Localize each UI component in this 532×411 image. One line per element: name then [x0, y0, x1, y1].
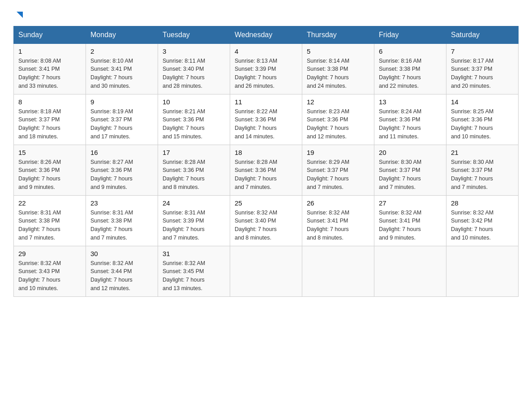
calendar-cell: 22 Sunrise: 8:31 AM Sunset: 3:38 PM Dayl…	[14, 195, 86, 246]
calendar-cell	[374, 246, 446, 296]
col-header-friday: Friday	[374, 26, 446, 43]
day-info: Sunrise: 8:32 AM Sunset: 3:43 PM Dayligh…	[18, 259, 81, 293]
day-number: 3	[163, 47, 225, 55]
day-number: 2	[90, 47, 153, 55]
day-info: Sunrise: 8:21 AM Sunset: 3:36 PM Dayligh…	[163, 107, 225, 141]
calendar-week-row: 22 Sunrise: 8:31 AM Sunset: 3:38 PM Dayl…	[14, 195, 519, 246]
calendar-week-row: 29 Sunrise: 8:32 AM Sunset: 3:43 PM Dayl…	[14, 246, 519, 296]
calendar-cell: 28 Sunrise: 8:32 AM Sunset: 3:42 PM Dayl…	[446, 195, 519, 246]
calendar-cell: 27 Sunrise: 8:32 AM Sunset: 3:41 PM Dayl…	[374, 195, 446, 246]
day-info: Sunrise: 8:25 AM Sunset: 3:36 PM Dayligh…	[451, 107, 514, 141]
day-info: Sunrise: 8:32 AM Sunset: 3:41 PM Dayligh…	[307, 209, 369, 242]
calendar-cell: 29 Sunrise: 8:32 AM Sunset: 3:43 PM Dayl…	[14, 246, 86, 296]
page-header	[13, 9, 519, 21]
day-number: 13	[379, 98, 442, 106]
day-info: Sunrise: 8:24 AM Sunset: 3:36 PM Dayligh…	[379, 107, 442, 141]
calendar-cell: 9 Sunrise: 8:19 AM Sunset: 3:37 PM Dayli…	[86, 94, 158, 145]
day-number: 14	[451, 98, 514, 106]
day-info: Sunrise: 8:26 AM Sunset: 3:36 PM Dayligh…	[18, 158, 81, 192]
day-number: 7	[451, 47, 514, 55]
calendar-cell: 24 Sunrise: 8:31 AM Sunset: 3:39 PM Dayl…	[158, 195, 230, 246]
day-info: Sunrise: 8:32 AM Sunset: 3:40 PM Dayligh…	[235, 209, 297, 242]
calendar-cell: 23 Sunrise: 8:31 AM Sunset: 3:38 PM Dayl…	[86, 195, 158, 246]
day-number: 16	[90, 149, 153, 156]
day-number: 11	[235, 98, 297, 106]
day-number: 15	[18, 149, 81, 156]
calendar-cell: 18 Sunrise: 8:28 AM Sunset: 3:36 PM Dayl…	[230, 145, 302, 195]
calendar-table: SundayMondayTuesdayWednesdayThursdayFrid…	[13, 26, 519, 297]
day-info: Sunrise: 8:19 AM Sunset: 3:37 PM Dayligh…	[90, 107, 153, 141]
calendar-cell: 26 Sunrise: 8:32 AM Sunset: 3:41 PM Dayl…	[302, 195, 374, 246]
calendar-cell: 3 Sunrise: 8:11 AM Sunset: 3:40 PM Dayli…	[158, 43, 230, 94]
day-number: 8	[18, 98, 81, 106]
day-info: Sunrise: 8:31 AM Sunset: 3:38 PM Dayligh…	[90, 209, 153, 242]
day-info: Sunrise: 8:23 AM Sunset: 3:36 PM Dayligh…	[307, 107, 369, 141]
calendar-cell: 4 Sunrise: 8:13 AM Sunset: 3:39 PM Dayli…	[230, 43, 302, 94]
calendar-cell: 19 Sunrise: 8:29 AM Sunset: 3:37 PM Dayl…	[302, 145, 374, 195]
col-header-thursday: Thursday	[302, 26, 374, 43]
day-number: 22	[18, 199, 81, 207]
day-number: 29	[18, 250, 81, 257]
calendar-cell: 6 Sunrise: 8:16 AM Sunset: 3:38 PM Dayli…	[374, 43, 446, 94]
calendar-week-row: 8 Sunrise: 8:18 AM Sunset: 3:37 PM Dayli…	[14, 94, 519, 145]
logo	[13, 9, 25, 21]
calendar-cell: 1 Sunrise: 8:08 AM Sunset: 3:41 PM Dayli…	[14, 43, 86, 94]
calendar-header-row: SundayMondayTuesdayWednesdayThursdayFrid…	[14, 26, 519, 43]
day-info: Sunrise: 8:30 AM Sunset: 3:37 PM Dayligh…	[379, 158, 442, 192]
day-number: 23	[90, 199, 153, 207]
calendar-cell: 5 Sunrise: 8:14 AM Sunset: 3:38 PM Dayli…	[302, 43, 374, 94]
day-number: 25	[235, 199, 297, 207]
day-info: Sunrise: 8:30 AM Sunset: 3:37 PM Dayligh…	[451, 158, 514, 192]
calendar-cell: 30 Sunrise: 8:32 AM Sunset: 3:44 PM Dayl…	[86, 246, 158, 296]
day-info: Sunrise: 8:11 AM Sunset: 3:40 PM Dayligh…	[163, 57, 225, 90]
col-header-sunday: Sunday	[14, 26, 86, 43]
calendar-cell: 7 Sunrise: 8:17 AM Sunset: 3:37 PM Dayli…	[446, 43, 519, 94]
col-header-monday: Monday	[86, 26, 158, 43]
logo-arrow-icon	[15, 10, 25, 20]
day-info: Sunrise: 8:13 AM Sunset: 3:39 PM Dayligh…	[235, 57, 297, 90]
day-number: 12	[307, 98, 369, 106]
day-info: Sunrise: 8:27 AM Sunset: 3:36 PM Dayligh…	[90, 158, 153, 192]
day-info: Sunrise: 8:29 AM Sunset: 3:37 PM Dayligh…	[307, 158, 369, 192]
svg-marker-0	[17, 12, 23, 18]
calendar-cell: 25 Sunrise: 8:32 AM Sunset: 3:40 PM Dayl…	[230, 195, 302, 246]
calendar-cell: 13 Sunrise: 8:24 AM Sunset: 3:36 PM Dayl…	[374, 94, 446, 145]
day-info: Sunrise: 8:14 AM Sunset: 3:38 PM Dayligh…	[307, 57, 369, 90]
day-info: Sunrise: 8:16 AM Sunset: 3:38 PM Dayligh…	[379, 57, 442, 90]
calendar-cell: 20 Sunrise: 8:30 AM Sunset: 3:37 PM Dayl…	[374, 145, 446, 195]
day-number: 30	[90, 250, 153, 257]
calendar-week-row: 1 Sunrise: 8:08 AM Sunset: 3:41 PM Dayli…	[14, 43, 519, 94]
day-number: 19	[307, 149, 369, 156]
day-number: 31	[163, 250, 225, 257]
day-info: Sunrise: 8:32 AM Sunset: 3:42 PM Dayligh…	[451, 209, 514, 242]
day-number: 4	[235, 47, 297, 55]
day-number: 18	[235, 149, 297, 156]
calendar-cell: 12 Sunrise: 8:23 AM Sunset: 3:36 PM Dayl…	[302, 94, 374, 145]
calendar-cell: 21 Sunrise: 8:30 AM Sunset: 3:37 PM Dayl…	[446, 145, 519, 195]
calendar-cell: 8 Sunrise: 8:18 AM Sunset: 3:37 PM Dayli…	[14, 94, 86, 145]
day-number: 26	[307, 199, 369, 207]
calendar-cell	[302, 246, 374, 296]
day-number: 17	[163, 149, 225, 156]
calendar-cell: 16 Sunrise: 8:27 AM Sunset: 3:36 PM Dayl…	[86, 145, 158, 195]
col-header-saturday: Saturday	[446, 26, 519, 43]
day-info: Sunrise: 8:31 AM Sunset: 3:38 PM Dayligh…	[18, 209, 81, 242]
calendar-cell	[230, 246, 302, 296]
calendar-cell: 2 Sunrise: 8:10 AM Sunset: 3:41 PM Dayli…	[86, 43, 158, 94]
day-info: Sunrise: 8:28 AM Sunset: 3:36 PM Dayligh…	[235, 158, 297, 192]
col-header-tuesday: Tuesday	[158, 26, 230, 43]
day-info: Sunrise: 8:18 AM Sunset: 3:37 PM Dayligh…	[18, 107, 81, 141]
day-number: 21	[451, 149, 514, 156]
calendar-week-row: 15 Sunrise: 8:26 AM Sunset: 3:36 PM Dayl…	[14, 145, 519, 195]
calendar-cell: 11 Sunrise: 8:22 AM Sunset: 3:36 PM Dayl…	[230, 94, 302, 145]
day-number: 5	[307, 47, 369, 55]
day-info: Sunrise: 8:22 AM Sunset: 3:36 PM Dayligh…	[235, 107, 297, 141]
day-number: 9	[90, 98, 153, 106]
calendar-cell: 15 Sunrise: 8:26 AM Sunset: 3:36 PM Dayl…	[14, 145, 86, 195]
day-info: Sunrise: 8:28 AM Sunset: 3:36 PM Dayligh…	[163, 158, 225, 192]
calendar-cell: 14 Sunrise: 8:25 AM Sunset: 3:36 PM Dayl…	[446, 94, 519, 145]
day-info: Sunrise: 8:17 AM Sunset: 3:37 PM Dayligh…	[451, 57, 514, 90]
col-header-wednesday: Wednesday	[230, 26, 302, 43]
day-info: Sunrise: 8:32 AM Sunset: 3:44 PM Dayligh…	[90, 259, 153, 293]
calendar-cell: 31 Sunrise: 8:32 AM Sunset: 3:45 PM Dayl…	[158, 246, 230, 296]
